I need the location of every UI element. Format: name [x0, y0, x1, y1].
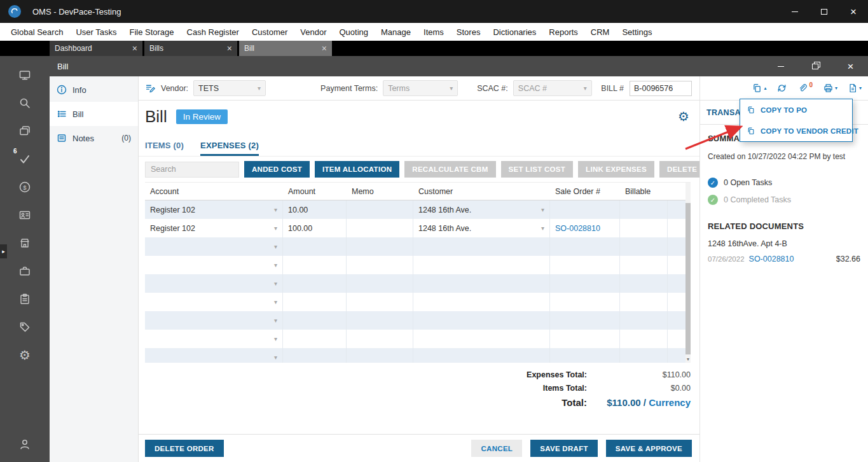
search-input[interactable] — [145, 162, 239, 178]
item-allocation-button[interactable]: ITEM ALLOCATION — [315, 161, 399, 178]
cancel-button[interactable]: CANCEL — [471, 440, 522, 457]
related-doc-link[interactable]: SO-0028810 — [749, 255, 794, 263]
currency-link[interactable]: Currency — [649, 397, 691, 408]
refresh-button[interactable] — [776, 83, 787, 94]
account-cell[interactable]: Register 102▾ — [145, 219, 283, 237]
vendor-select[interactable]: TETS ▾ — [193, 80, 266, 96]
tab-close-icon[interactable]: × — [227, 44, 232, 53]
tab-bills[interactable]: Bills × — [144, 41, 237, 56]
window-close-button[interactable]: × — [839, 0, 868, 23]
bill-form-row: Vendor: TETS ▾ Payment Terms: Terms ▾ SC… — [139, 76, 699, 101]
bill-restore-button[interactable] — [798, 56, 833, 76]
memo-cell[interactable] — [347, 219, 413, 237]
sidebar-store-icon[interactable] — [0, 229, 50, 257]
sale-order-cell[interactable]: SO-0028810 — [550, 219, 620, 237]
billable-cell[interactable] — [620, 200, 668, 219]
printer-icon — [823, 83, 834, 94]
grid-scrollbar[interactable]: ▾ — [685, 183, 691, 363]
menu-customer[interactable]: Customer — [245, 27, 294, 37]
print-button[interactable]: ▾ — [823, 83, 837, 94]
sidebar-tags-icon[interactable] — [0, 313, 50, 341]
set-list-cost-button[interactable]: SET LIST COST — [501, 161, 574, 178]
account-cell[interactable]: ▾ — [145, 293, 283, 311]
bill-minimize-button[interactable] — [763, 56, 798, 76]
sidebar-tasks-icon[interactable]: 6 — [0, 145, 50, 173]
sidebar-search-icon[interactable] — [0, 89, 50, 117]
attachments-button[interactable]: 0 — [797, 83, 813, 94]
sale-order-cell[interactable] — [550, 200, 620, 219]
sidebar-payments-icon[interactable]: $ — [0, 173, 50, 201]
menu-crm[interactable]: CRM — [584, 27, 616, 37]
nav-item-bill[interactable]: Bill — [50, 102, 138, 126]
tab-close-icon[interactable]: × — [132, 44, 137, 53]
menu-user-tasks[interactable]: User Tasks — [69, 27, 123, 37]
delete-button[interactable]: DELETE — [659, 161, 705, 178]
account-cell[interactable]: ▾ — [145, 274, 283, 293]
nav-item-notes[interactable]: Notes (0) — [50, 126, 138, 150]
billable-cell[interactable] — [620, 219, 668, 237]
tab-bill[interactable]: Bill × — [239, 41, 332, 56]
sidebar-settings-icon[interactable]: ⚙ — [0, 341, 50, 369]
menu-vendor[interactable]: Vendor — [294, 27, 333, 37]
menu-manage[interactable]: Manage — [375, 27, 417, 37]
set-landed-cost-button[interactable]: ANDED COST — [244, 161, 310, 178]
customer-cell[interactable]: 1248 16th Ave.▾ — [413, 219, 550, 237]
sidebar-dashboard-icon[interactable] — [0, 61, 50, 89]
scroll-down-icon[interactable]: ▾ — [685, 356, 691, 362]
tab-dashboard[interactable]: Dashboard × — [50, 41, 142, 56]
tab-expenses[interactable]: EXPENSES (2) — [200, 141, 259, 156]
menu-global-search[interactable]: Global Search — [4, 27, 69, 37]
scrollbar-thumb[interactable] — [685, 203, 691, 354]
sidebar-jobs-icon[interactable] — [0, 257, 50, 285]
delete-order-button[interactable]: DELETE ORDER — [145, 440, 224, 457]
account-cell[interactable]: Register 102▾ — [145, 200, 283, 219]
account-cell[interactable]: ▾ — [145, 348, 283, 363]
memo-cell[interactable] — [347, 200, 413, 219]
save-approve-button[interactable]: SAVE & APPROVE — [606, 440, 692, 457]
account-cell[interactable]: ▾ — [145, 256, 283, 274]
export-button[interactable]: ▾ — [848, 83, 862, 94]
sidebar-expander[interactable]: ▸ — [0, 244, 7, 258]
open-tasks-row[interactable]: ✓ 0 Open Tasks — [708, 178, 860, 188]
tab-close-icon[interactable]: × — [322, 44, 327, 53]
window-maximize-button[interactable] — [809, 0, 839, 23]
menu-settings[interactable]: Settings — [616, 27, 658, 37]
chevron-down-icon: ▾ — [859, 85, 862, 91]
recalculate-cbm-button[interactable]: RECALCULATE CBM — [404, 161, 495, 178]
menu-items[interactable]: Items — [417, 27, 450, 37]
menu-quoting[interactable]: Quoting — [333, 27, 375, 37]
sidebar-user-icon[interactable] — [0, 430, 50, 458]
copy-button[interactable]: ▴ — [752, 83, 766, 94]
save-draft-button[interactable]: SAVE DRAFT — [530, 440, 598, 457]
menu-dictionaries[interactable]: Dictionaries — [486, 27, 542, 37]
amount-cell[interactable]: 10.00 — [283, 200, 347, 219]
sale-order-link[interactable]: SO-0028810 — [555, 224, 600, 233]
account-cell[interactable]: ▾ — [145, 311, 283, 330]
bill-number-input[interactable] — [630, 81, 692, 96]
window-minimize-button[interactable] — [780, 0, 809, 23]
scac-placeholder: SCAC # — [518, 84, 547, 93]
copy-to-po-item[interactable]: COPY TO PO — [740, 99, 852, 120]
payment-terms-select[interactable]: Terms ▾ — [383, 80, 458, 96]
sidebar-contacts-icon[interactable] — [0, 201, 50, 229]
copy-to-vendor-credit-item[interactable]: COPY TO VENDOR CREDIT — [740, 120, 852, 141]
copy-icon — [747, 106, 755, 115]
customer-cell[interactable]: 1248 16th Ave.▾ — [413, 200, 550, 219]
menu-cash-register[interactable]: Cash Register — [181, 27, 245, 37]
account-cell[interactable]: ▾ — [145, 330, 283, 348]
completed-tasks-row[interactable]: ✓ 0 Completed Tasks — [708, 195, 860, 205]
menu-stores[interactable]: Stores — [450, 27, 487, 37]
amount-cell[interactable]: 100.00 — [283, 219, 347, 237]
sidebar-orders-icon[interactable] — [0, 285, 50, 313]
menu-reports[interactable]: Reports — [542, 27, 584, 37]
nav-item-info[interactable]: Info — [50, 78, 138, 102]
menu-file-storage[interactable]: File Storage — [123, 27, 180, 37]
tab-items[interactable]: ITEMS (0) — [145, 141, 184, 156]
bill-close-button[interactable]: × — [833, 56, 868, 76]
scac-select[interactable]: SCAC # ▾ — [513, 80, 592, 96]
sidebar-folders-icon[interactable] — [0, 117, 50, 145]
link-expenses-button[interactable]: LINK EXPENSES — [578, 161, 654, 178]
close-icon: × — [850, 6, 857, 17]
settings-gear-icon[interactable]: ⚙ — [678, 110, 689, 123]
account-cell[interactable]: ▾ — [145, 237, 283, 256]
